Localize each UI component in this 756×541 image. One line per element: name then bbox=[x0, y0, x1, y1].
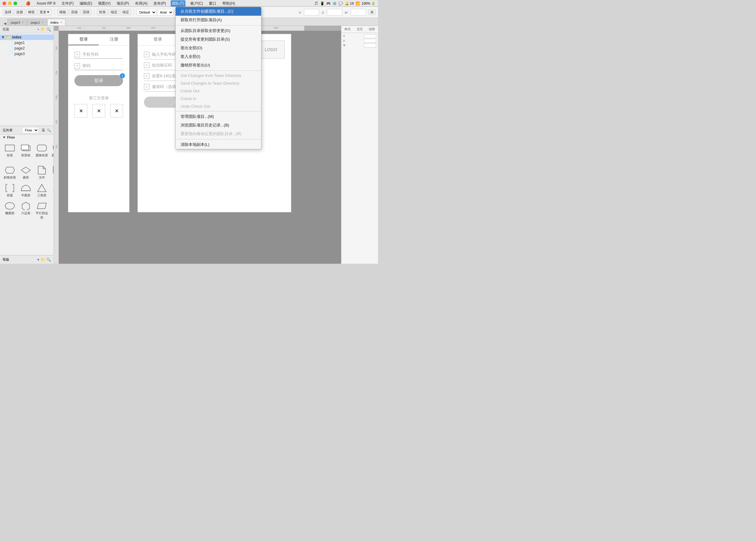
menu-manage-team[interactable]: 管理团队项目...(M) bbox=[176, 112, 261, 121]
svg-marker-15 bbox=[22, 202, 30, 210]
right-tab-interact[interactable]: 交互 bbox=[354, 26, 366, 33]
comp-semicircle[interactable]: 半圆形 bbox=[18, 182, 33, 199]
comp-parallelogram[interactable]: 平行四边形 bbox=[34, 200, 49, 221]
menu-team[interactable]: 团队(T) bbox=[171, 0, 185, 7]
menu-checkin-all[interactable]: 签入全部(I) bbox=[176, 52, 261, 61]
comp-rect-group[interactable]: 矩形组 bbox=[18, 142, 33, 163]
comp-file-group[interactable]: 文件组 bbox=[51, 164, 54, 181]
page-item-page2[interactable]: 📄 page2 bbox=[0, 46, 54, 51]
menu-undo-checkout[interactable]: 撤销所有签出(U) bbox=[176, 61, 261, 70]
x-input[interactable] bbox=[304, 9, 319, 16]
menu-checkout-all[interactable]: 签出全部(O) bbox=[176, 44, 261, 52]
menu-project[interactable]: 项目(P) bbox=[115, 0, 130, 7]
comp-diamond[interactable]: 菱形 bbox=[18, 164, 33, 181]
tab-page1[interactable]: page1 × bbox=[27, 19, 47, 26]
font-select[interactable]: Arial bbox=[157, 9, 173, 16]
menu-publish[interactable]: 发布(P) bbox=[152, 0, 167, 7]
menu-layout[interactable]: 布局(A) bbox=[134, 0, 148, 7]
mother-bar-icons: + 📁 🔍 bbox=[37, 258, 51, 262]
tp-icon-1[interactable]: ✕ bbox=[75, 104, 87, 118]
tab-page3-close[interactable]: × bbox=[22, 21, 24, 24]
tab-page3[interactable]: page3 × bbox=[7, 19, 27, 26]
comp-hexagon[interactable]: 六边形 bbox=[18, 200, 33, 221]
pen-tool[interactable]: 钢笔 bbox=[26, 9, 37, 15]
tab-back[interactable]: ◀ bbox=[2, 22, 7, 26]
anchor1[interactable]: 锚定 bbox=[109, 9, 120, 15]
comp-file[interactable]: 文件 bbox=[34, 164, 49, 181]
left-tab-login[interactable]: 登录 bbox=[68, 34, 99, 45]
tray-icon-3: 🎮 bbox=[326, 2, 331, 6]
comp-triangle[interactable]: 三角形 bbox=[34, 182, 49, 199]
lib-category-flow[interactable]: ▼ Flow bbox=[0, 135, 54, 140]
menu-help[interactable]: 帮助(H) bbox=[221, 0, 236, 7]
tab-index[interactable]: index × bbox=[47, 19, 66, 26]
tab-page1-close[interactable]: × bbox=[42, 21, 44, 24]
comp-bracket[interactable]: 括弧 bbox=[2, 182, 17, 199]
mother-folder-icon[interactable]: 📁 bbox=[41, 258, 45, 262]
tool-group-layers: 模板 层级 层级 bbox=[57, 9, 95, 15]
field-icon-password: ✕ bbox=[75, 63, 80, 69]
y-input[interactable] bbox=[327, 9, 342, 16]
comp-person[interactable]: 角色 bbox=[51, 200, 54, 221]
prop-y-input[interactable] bbox=[364, 39, 376, 43]
layer-tool2[interactable]: 层级 bbox=[81, 9, 92, 15]
third-party-title: 第三方登录 bbox=[75, 95, 123, 101]
mother-add-icon[interactable]: + bbox=[37, 258, 39, 262]
comp-round-rect[interactable]: 圆角矩形 bbox=[34, 142, 49, 163]
tab-index-close[interactable]: × bbox=[60, 21, 62, 24]
right-tab-login[interactable]: 登录 bbox=[138, 34, 178, 45]
layer-tool1[interactable]: 层级 bbox=[69, 9, 80, 15]
comp-rect[interactable]: 矩形 bbox=[2, 142, 17, 163]
w-input[interactable] bbox=[351, 9, 366, 16]
comp-trapezoid[interactable]: 梯形 bbox=[51, 182, 54, 199]
menu-send-changes[interactable]: 提交所有变更到团队目录(S) bbox=[176, 35, 261, 44]
anchor2[interactable]: 锚定 bbox=[120, 9, 131, 15]
right-tab-style[interactable]: 样式 bbox=[342, 26, 354, 33]
right-tab-note[interactable]: 说明 bbox=[366, 26, 378, 33]
rect-shortcut[interactable]: 矩形 bbox=[97, 9, 108, 15]
menu-account[interactable]: 账户(C) bbox=[189, 0, 204, 7]
select-tool[interactable]: 选择 bbox=[2, 9, 14, 15]
prop-x-input[interactable] bbox=[364, 34, 376, 38]
template-tool[interactable]: 模板 bbox=[57, 9, 68, 15]
lib-select[interactable]: Flow bbox=[22, 127, 39, 133]
comp-ellipse[interactable]: 椭圆形 bbox=[2, 200, 17, 221]
menu-get-open-team[interactable]: 获取并打开团队项目(A) bbox=[176, 16, 261, 24]
field-icon-phone: ✕ bbox=[75, 52, 80, 57]
comp-round-rect-group[interactable]: 圆角矩形组 bbox=[51, 142, 54, 163]
apple-menu[interactable]: 🍎 bbox=[25, 1, 32, 6]
connect-tool[interactable]: 连接 bbox=[14, 9, 25, 15]
pages-header: 页面 + 📁 🔍 bbox=[0, 26, 54, 33]
app-name-menu[interactable]: Axure RP 8 bbox=[35, 1, 57, 6]
page-item-page3[interactable]: 📄 page3 bbox=[0, 51, 54, 57]
page-tree: ▼ 📁 index 📄 page1 📄 page2 📄 page3 bbox=[0, 33, 54, 58]
svg-rect-2 bbox=[21, 145, 29, 150]
login-button[interactable]: 登录 1 bbox=[75, 75, 123, 86]
page-item-page1[interactable]: 📄 page1 bbox=[0, 40, 54, 46]
lib-menu-icon[interactable]: ☰ bbox=[42, 128, 45, 132]
menu-view[interactable]: 视图(V) bbox=[97, 0, 112, 7]
comp-rect-shape bbox=[4, 143, 16, 153]
menu-get-changes[interactable]: 从团队目录获取全部变更(G) bbox=[176, 26, 261, 35]
menu-create-team[interactable]: 从当前文件创建团队项目...(C) bbox=[176, 7, 261, 16]
more-tool[interactable]: 更多▼ bbox=[38, 9, 52, 15]
menu-file[interactable]: 文件(F) bbox=[60, 0, 75, 7]
page-item-index[interactable]: ▼ 📁 index bbox=[0, 34, 54, 40]
style-select[interactable]: Default bbox=[136, 9, 156, 16]
menu-window[interactable]: 窗口 bbox=[208, 0, 217, 7]
left-tab-register[interactable]: 注册 bbox=[99, 34, 129, 45]
search-pages-icon[interactable]: 🔍 bbox=[47, 27, 51, 32]
add-page-icon[interactable]: + bbox=[37, 27, 39, 32]
menu-browse-history[interactable]: 浏览团队项目历史记录...(B) bbox=[176, 121, 261, 130]
menu-edit[interactable]: 编辑(E) bbox=[79, 0, 93, 7]
prop-w-input[interactable] bbox=[364, 43, 376, 47]
tp-icon-3[interactable]: ✕ bbox=[110, 104, 123, 118]
mother-search-icon[interactable]: 🔍 bbox=[47, 258, 51, 262]
lib-search-icon[interactable]: 🔍 bbox=[47, 128, 51, 132]
comp-chamfer[interactable]: 斜角矩形 bbox=[2, 164, 17, 181]
tp-icon-2[interactable]: ✕ bbox=[92, 104, 105, 118]
menu-clear-local[interactable]: 清除本地副本(L) bbox=[176, 140, 261, 149]
folder-page-icon[interactable]: 📁 bbox=[41, 27, 45, 32]
menu-checkin-en: Check In bbox=[176, 95, 261, 103]
expand-btn[interactable]: ⊞ bbox=[369, 9, 376, 15]
